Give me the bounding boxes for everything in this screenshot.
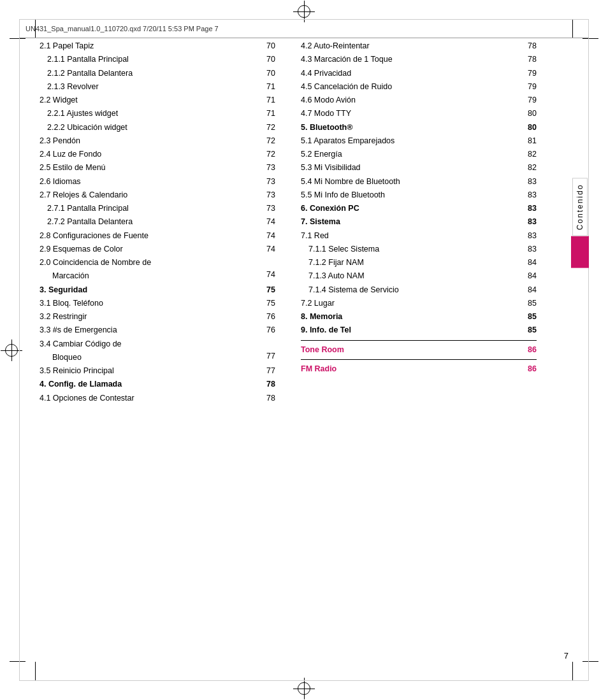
entry-text: 5.4 Mi Nombre de Bluetooth: [301, 175, 521, 189]
toc-entry: 5.3 Mi Visibilidad82: [301, 161, 537, 175]
reg-mark-top: [298, 5, 310, 18]
toc-entry: 4.6 Modo Avión79: [301, 94, 537, 107]
entry-page: 70: [259, 53, 275, 66]
entry-page: 73: [259, 161, 275, 175]
entry-text: 4.3 Marcación de 1 Toque: [301, 53, 521, 66]
entry-text: 5.1 Aparatos Emparejados: [301, 134, 521, 148]
entry-text: 2.2.1 Ajustes widget: [40, 107, 259, 120]
entry-page: 86: [521, 343, 537, 357]
entry-text: 3.1 Bloq. Teléfono: [40, 297, 259, 310]
entry-text: 7.1.1 Selec Sistema: [301, 243, 521, 256]
entry-text: 4.4 Privacidad: [301, 67, 521, 80]
entry-page: 84: [521, 283, 537, 297]
entry-page: 70: [259, 67, 275, 80]
entry-text: 2.4 Luz de Fondo: [40, 148, 259, 161]
entry-page: 82: [521, 148, 537, 161]
content-area: 2.1 Papel Tapiz702.1.1 Pantalla Principa…: [40, 39, 568, 661]
entry-page: 71: [259, 94, 275, 107]
toc-entry: 2.1 Papel Tapiz70: [40, 39, 275, 53]
header-text: UN431_Spa_manual1.0_110720.qxd 7/20/11 5…: [25, 25, 219, 32]
entry-text: 4.7 Modo TTY: [301, 107, 521, 120]
entry-text: 8. Memoria: [301, 310, 521, 324]
entry-text: 2.2 Widget: [40, 94, 259, 107]
entry-text: 3. Seguridad: [40, 283, 259, 297]
entry-text: 2.7.1 Pantalla Principal: [40, 202, 259, 215]
entry-text: 2.7.2 Pantalla Delantera: [40, 215, 259, 229]
entry-text: 5.2 Energía: [301, 148, 521, 161]
toc-entry: 5.4 Mi Nombre de Bluetooth83: [301, 175, 537, 189]
toc-entry: 4.3 Marcación de 1 Toque78: [301, 53, 537, 66]
entry-page: 75: [259, 283, 275, 297]
entry-text: 5.3 Mi Visibilidad: [301, 161, 521, 175]
toc-entry: 2.7 Relojes & Calendario73: [40, 189, 275, 202]
toc-entry: 2.1.1 Pantalla Principal70: [40, 53, 275, 66]
toc-right-column: 4.2 Auto-Reintentar784.3 Marcación de 1 …: [301, 39, 568, 646]
entry-text: 5. Bluetooth®: [301, 121, 521, 134]
entry-page: 83: [521, 189, 537, 202]
toc-entry: 2.0 Coincidencia de Nombre deMarcación74: [40, 256, 275, 283]
entry-text: 4. Config. de Llamada: [40, 378, 259, 391]
toc-entry: 2.2.2 Ubicación widget72: [40, 121, 275, 134]
entry-page: 85: [521, 297, 537, 310]
toc-divider: [301, 340, 537, 341]
entry-page: 83: [521, 175, 537, 189]
header-bar: UN431_Spa_manual1.0_110720.qxd 7/20/11 5…: [19, 19, 589, 38]
entry-text: 3.3 #s de Emergencia: [40, 324, 259, 337]
entry-text-lines: 2.0 Coincidencia de Nombre deMarcación: [40, 256, 259, 283]
toc-entry: 5.2 Energía82: [301, 148, 537, 161]
reg-mark-left: [5, 344, 18, 357]
page-number-area: 7: [40, 646, 568, 661]
toc-entry: 3.3 #s de Emergencia76: [40, 324, 275, 337]
toc-entry: 5.5 Mi Info de Bluetooth83: [301, 189, 537, 202]
toc-entry: 4. Config. de Llamada78: [40, 378, 275, 391]
toc-divider: [301, 359, 537, 360]
toc-entry: 2.3 Pendón72: [40, 134, 275, 148]
toc-entry: 2.2 Widget71: [40, 94, 275, 107]
toc-entry: 3.4 Cambiar Código deBloqueo77: [40, 338, 275, 365]
entry-page: 83: [521, 202, 537, 215]
side-tab-label: Contenido: [572, 178, 588, 236]
toc-entry: 2.1.2 Pantalla Delantera70: [40, 67, 275, 80]
entry-page: 74: [259, 229, 275, 243]
side-tab-color-block: [571, 236, 589, 268]
entry-text: 2.1.3 Revolver: [40, 80, 259, 94]
toc-entry: 5.1 Aparatos Emparejados81: [301, 134, 537, 148]
entry-page: 74: [259, 215, 275, 229]
toc-entry: 2.2.1 Ajustes widget71: [40, 107, 275, 120]
toc-entry: 7.2 Lugar85: [301, 297, 537, 310]
entry-text: 2.9 Esquemas de Color: [40, 243, 259, 256]
entry-text: 3.5 Reinicio Principal: [40, 364, 259, 378]
toc-columns: 2.1 Papel Tapiz702.1.1 Pantalla Principa…: [40, 39, 568, 646]
toc-entry: 7.1.1 Selec Sistema83: [301, 243, 537, 256]
entry-page: 72: [259, 134, 275, 148]
entry-text: 2.5 Estilo de Menú: [40, 161, 259, 175]
entry-page: 85: [521, 310, 537, 324]
entry-page: 78: [521, 39, 537, 53]
entry-text: 2.1.1 Pantalla Principal: [40, 53, 259, 66]
entry-page: 83: [521, 243, 537, 256]
entry-text: 7.1 Red: [301, 229, 521, 243]
entry-page: 84: [521, 269, 537, 283]
toc-entry: 7.1 Red83: [301, 229, 537, 243]
entry-text: 2.2.2 Ubicación widget: [40, 121, 259, 134]
entry-page: 78: [259, 392, 275, 405]
entry-page: 79: [521, 80, 537, 94]
entry-page: 79: [521, 67, 537, 80]
entry-page: 73: [259, 189, 275, 202]
entry-text: 9. Info. de Tel: [301, 324, 521, 337]
toc-entry: 2.9 Esquemas de Color74: [40, 243, 275, 256]
entry-text: 4.2 Auto-Reintentar: [301, 39, 521, 53]
toc-entry: 5. Bluetooth®80: [301, 121, 537, 134]
entry-text: 3.2 Restringir: [40, 310, 259, 324]
entry-text: Tone Room: [301, 343, 521, 357]
entry-page: 82: [521, 161, 537, 175]
entry-text-lines: 3.4 Cambiar Código deBloqueo: [40, 338, 259, 365]
entry-page: 74: [259, 268, 275, 283]
entry-page: 78: [521, 53, 537, 66]
entry-page: 75: [259, 297, 275, 310]
entry-text: 4.6 Modo Avión: [301, 94, 521, 107]
toc-entry: 7.1.4 Sistema de Servicio84: [301, 283, 537, 297]
entry-text: 7.2 Lugar: [301, 297, 521, 310]
toc-entry: 2.4 Luz de Fondo72: [40, 148, 275, 161]
toc-left-column: 2.1 Papel Tapiz702.1.1 Pantalla Principa…: [40, 39, 275, 646]
